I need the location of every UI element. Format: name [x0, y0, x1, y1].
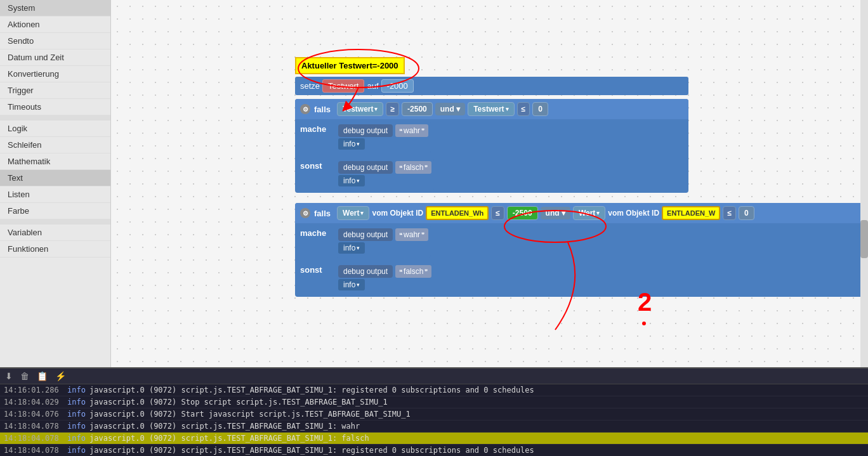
debug-block-4: debug output ❝ falsch ❞ info ▾	[336, 263, 434, 294]
cond1-op[interactable]: ≥	[386, 102, 399, 116]
cond2-val[interactable]: 0	[532, 102, 548, 116]
log-copy-btn[interactable]: 📋	[34, 370, 50, 382]
log-row: 14:18:04.078 info javascript.0 (9072) sc…	[0, 420, 868, 433]
gear-icon[interactable]: ⚙	[300, 104, 310, 114]
entladen-id2-pill[interactable]: ENTLADEN_W	[662, 206, 720, 220]
cond1-val[interactable]: -2500	[402, 102, 433, 116]
log-panel: ⬇ 🗑 📋 ⚡ 14:16:01.286 info javascript.0 (…	[0, 367, 868, 456]
op2[interactable]: ≤	[491, 206, 504, 220]
sidebar-item-trigger[interactable]: Trigger	[0, 82, 110, 99]
sidebar-item-text[interactable]: Text	[0, 170, 110, 186]
log-filter-btn[interactable]: ⚡	[53, 370, 69, 382]
log-row: 14:18:04.029 info javascript.0 (9072) St…	[0, 396, 868, 408]
debug-block-2: debug output ❝ falsch ❞ info ▾	[336, 159, 434, 190]
wahr-quote-1[interactable]: ❝ wahr ❞	[395, 124, 428, 137]
sidebar-item-schleifen[interactable]: Schleifen	[0, 137, 110, 153]
log-msg: javascript.0 (9072) script.js.TEST_ABFRA…	[89, 422, 360, 431]
falls-label-1: falls	[314, 105, 331, 114]
val3-pill[interactable]: 0	[739, 206, 754, 220]
sidebar-item-system[interactable]: System	[0, 0, 110, 16]
und-pill-1: und ▾	[435, 103, 465, 115]
debug-label-3: debug output	[338, 228, 393, 241]
falls-block-2: ⚙ falls Wert▾ vom Objekt ID ENTLADEN_Wh …	[295, 203, 868, 297]
entladen-id-pill[interactable]: ENTLADEN_Wh	[426, 206, 489, 220]
log-msg: javascript.0 (9072) script.js.TEST_ABFRA…	[89, 386, 534, 394]
sidebar-item-mathematik[interactable]: Mathematik	[0, 153, 110, 170]
set-var-pill[interactable]: Testwert	[322, 79, 364, 93]
op3[interactable]: ≤	[723, 206, 736, 220]
log-toolbar: ⬇ 🗑 📋 ⚡	[0, 368, 868, 384]
log-msg: javascript.0 (9072) script.js.TEST_ABFRA…	[89, 434, 369, 443]
log-row: 14:18:04.076 info javascript.0 (9072) St…	[0, 408, 868, 420]
vom-obj-label: vom Objekt ID	[372, 209, 423, 218]
log-msg: javascript.0 (9072) Stop script script.j…	[89, 398, 388, 407]
cond2-var[interactable]: Testwert ▾	[468, 102, 514, 116]
falls-header-1: ⚙ falls Testwert ▾ ≥ -2500 und ▾ T	[295, 99, 688, 119]
wahr-quote-2[interactable]: ❝ wahr ❞	[395, 228, 428, 241]
log-time: 14:18:04.076	[4, 410, 67, 419]
log-row: 14:18:04.078 info javascript.0 (9072) sc…	[0, 433, 868, 445]
cond1-var[interactable]: Testwert ▾	[337, 102, 383, 116]
sonst-label-1: sonst	[300, 159, 332, 171]
debug-label-2: debug output	[338, 161, 393, 174]
log-row: 14:16:01.286 info javascript.0 (9072) sc…	[0, 384, 868, 396]
info-btn-1[interactable]: info ▾	[338, 138, 365, 150]
scrollbar-vertical[interactable]	[860, 0, 868, 367]
falls-block-1: ⚙ falls Testwert ▾ ≥ -2500 und ▾ T	[295, 99, 688, 193]
sonst-row-2: sonst debug output ❝ falsch ❞	[295, 260, 868, 297]
log-level: info	[67, 446, 89, 455]
debug-label-1: debug output	[338, 124, 393, 137]
log-time: 14:18:04.029	[4, 398, 67, 407]
label-block: Aktueller Testwert=-2000	[295, 57, 405, 74]
block-group-2: ⚙ falls Wert▾ vom Objekt ID ENTLADEN_Wh …	[295, 203, 868, 302]
log-download-btn[interactable]: ⬇	[3, 370, 15, 382]
sidebar-item-sendto[interactable]: Sendto	[0, 33, 110, 49]
log-time: 14:18:04.078	[4, 422, 67, 431]
sidebar-item-datum[interactable]: Datum und Zeit	[0, 49, 110, 66]
log-level: info	[67, 386, 89, 394]
log-rows-container: 14:16:01.286 info javascript.0 (9072) sc…	[0, 384, 868, 456]
sonst-row-1: sonst debug output ❝ falsch ❞	[295, 156, 688, 193]
mache-label-1: mache	[300, 122, 332, 134]
sidebar-item-variablen[interactable]: Variablen	[0, 225, 110, 241]
debug-label-4: debug output	[338, 265, 393, 278]
sidebar-item-timeouts[interactable]: Timeouts	[0, 99, 110, 115]
und-pill-2: und ▾	[541, 207, 570, 219]
log-level: info	[67, 410, 89, 419]
set-label: setze	[300, 81, 320, 91]
falsch-quote-2[interactable]: ❝ falsch ❞	[395, 265, 431, 278]
sidebar-item-logik[interactable]: Logik	[0, 121, 110, 137]
scrollbar-thumb[interactable]	[860, 220, 868, 258]
debug-block-1: debug output ❝ wahr ❞ info ▾	[336, 122, 431, 153]
cond2-op[interactable]: ≤	[517, 102, 530, 116]
set-value-pill[interactable]: -2000	[381, 79, 414, 93]
debug-block-3: debug output ❝ wahr ❞ info ▾	[336, 226, 431, 257]
sonst-label-2: sonst	[300, 263, 332, 275]
log-level: info	[67, 434, 89, 443]
sidebar-item-aktionen[interactable]: Aktionen	[0, 16, 110, 33]
log-msg: javascript.0 (9072) script.js.TEST_ABFRA…	[89, 446, 534, 455]
log-level: info	[67, 398, 89, 407]
sidebar-item-funktionen[interactable]: Funktionen	[0, 241, 110, 257]
log-time: 14:18:04.078	[4, 446, 67, 455]
log-level: info	[67, 422, 89, 431]
gear-icon-2[interactable]: ⚙	[300, 208, 310, 218]
mache-row-2: mache debug output ❝ wahr ❞	[295, 223, 868, 260]
sidebar-item-konvertierung[interactable]: Konvertierung	[0, 66, 110, 82]
sidebar-item-listen[interactable]: Listen	[0, 186, 110, 203]
info-btn-3[interactable]: info ▾	[338, 242, 365, 254]
wert-pill[interactable]: Wert▾	[337, 206, 369, 220]
log-time: 14:18:04.078	[4, 434, 67, 443]
log-row: 14:18:04.078 info javascript.0 (9072) sc…	[0, 445, 868, 456]
vom-obj2-label: vom Objekt ID	[608, 209, 659, 218]
log-clear-btn[interactable]: 🗑	[18, 370, 32, 382]
info-btn-4[interactable]: info ▾	[338, 279, 365, 290]
canvas-area: Aktueller Testwert=-2000 setze Testwert …	[111, 0, 868, 367]
falls-header-2: ⚙ falls Wert▾ vom Objekt ID ENTLADEN_Wh …	[295, 203, 868, 223]
info-btn-2[interactable]: info ▾	[338, 175, 365, 186]
val2-pill[interactable]: -2500	[507, 206, 538, 220]
sidebar: System Aktionen Sendto Datum und Zeit Ko…	[0, 0, 111, 367]
wert2-pill[interactable]: Wert▾	[573, 206, 605, 220]
falsch-quote-1[interactable]: ❝ falsch ❞	[395, 161, 431, 174]
sidebar-item-farbe[interactable]: Farbe	[0, 203, 110, 219]
